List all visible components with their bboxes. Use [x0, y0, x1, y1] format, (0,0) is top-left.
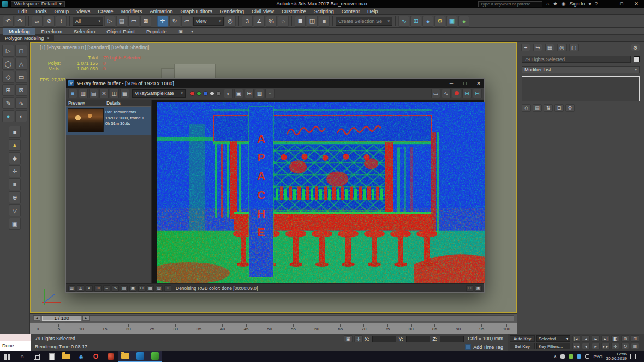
stop-render-icon[interactable]: ⊟ [473, 89, 482, 98]
reference-coordinate-dropdown[interactable]: View ▾ [193, 17, 224, 26]
x-coordinate-input[interactable] [372, 336, 396, 342]
render-icon[interactable]: ⊞ [462, 89, 472, 98]
time-slider-handle[interactable]: 1 / 100 [42, 316, 81, 321]
select-by-name-icon[interactable]: ▤ [116, 16, 127, 27]
lut-icon[interactable]: ▫ [164, 285, 171, 292]
z-coordinate-input[interactable] [440, 336, 464, 342]
background-icon[interactable]: ▧ [156, 285, 163, 292]
levels-icon[interactable]: ≡ [103, 285, 110, 292]
pan-icon[interactable]: ✛ [611, 343, 619, 349]
taskbar-app-edge[interactable]: e [74, 351, 88, 362]
selection-lock-icon[interactable]: ▣ [344, 335, 353, 342]
save-image-icon[interactable]: ▥ [79, 89, 88, 98]
polygon-modeling-panel-button[interactable]: Polygon Modeling ▾ [0, 35, 54, 42]
green-channel-icon[interactable] [196, 91, 201, 96]
help-icon[interactable]: ? [595, 1, 598, 7]
pin-stack-button[interactable]: ◇ [522, 104, 531, 112]
sign-in-link[interactable]: Sign In [569, 1, 585, 7]
vfb-canvas[interactable]: A P A C H E [152, 100, 484, 283]
load-image-icon[interactable]: ▤ [89, 89, 98, 98]
clear-image-icon[interactable]: ✕ [99, 89, 109, 98]
stereo-icon[interactable]: □ [466, 285, 473, 292]
menu-edit[interactable]: Edit [14, 8, 31, 14]
history-preview-header[interactable]: Preview [66, 100, 104, 106]
region-render-icon[interactable]: ▭ [431, 89, 440, 98]
tray-app-icon[interactable] [569, 354, 573, 359]
make-unique-button[interactable]: ⇅ [544, 104, 553, 112]
auto-key-button[interactable]: Auto Key [510, 335, 535, 342]
menu-content[interactable]: Content [338, 8, 363, 14]
left-tool-icon[interactable]: ◐ [15, 110, 27, 122]
left-tool-icon[interactable]: ▽ [9, 204, 21, 216]
maximize-button[interactable]: □ [616, 1, 627, 7]
render-setup-icon[interactable]: ⚙ [434, 16, 445, 27]
mirror-icon[interactable]: ◫ [307, 16, 318, 27]
vfb-titlebar[interactable]: V V-Ray frame buffer - [50% of 1920 x 10… [66, 79, 484, 88]
exposure-icon[interactable]: ▤ [121, 285, 128, 292]
named-selection-sets-combo[interactable]: Create Selection Se ▾ [336, 17, 392, 26]
help-search-input[interactable] [478, 1, 542, 7]
grid-icon[interactable]: ⊞ [94, 285, 102, 292]
menu-graph-editors[interactable]: Graph Editors [176, 8, 216, 14]
ribbon-tab-modeling[interactable]: Modeling [3, 28, 35, 35]
language-indicator[interactable]: РУС [593, 354, 602, 359]
minimize-button[interactable]: ─ [446, 81, 457, 86]
menu-help[interactable]: Help [363, 8, 382, 14]
mono-channel-icon[interactable] [216, 91, 221, 96]
task-view-button[interactable] [29, 351, 44, 362]
rendered-image[interactable]: A P A C H E [157, 102, 485, 283]
left-tool-icon[interactable]: ✛ [9, 165, 21, 177]
modifier-list-dropdown[interactable]: Modifier List ▾ [522, 66, 640, 73]
ribbon-tab-selection[interactable]: Selection [68, 28, 100, 35]
tray-app-icon[interactable] [577, 354, 581, 359]
panel-toggle-icon[interactable]: ▣ [475, 285, 482, 292]
save-icon[interactable]: ▥ [68, 285, 75, 292]
track-mouse-icon[interactable]: ∿ [442, 89, 451, 98]
menu-customize[interactable]: Customize [278, 8, 310, 14]
remove-modifier-button[interactable]: ⊟ [554, 104, 564, 112]
menu-civil-view[interactable]: Civil View [248, 8, 278, 14]
object-name-field[interactable]: 79 Lights Selected [522, 56, 631, 63]
select-object-icon[interactable]: ▷ [104, 16, 115, 27]
color-corrections-icon[interactable]: ▧ [255, 89, 264, 98]
add-time-tag[interactable]: Add Time Tag [465, 344, 503, 350]
left-tool-icon[interactable]: ≡ [9, 178, 21, 190]
left-tool-icon[interactable]: ◇ [2, 71, 14, 83]
listener-macro-line[interactable] [0, 334, 31, 341]
motion-tab-icon[interactable]: ◎ [557, 44, 567, 51]
track-bar[interactable]: 0 5 10 15 20 25 30 35 40 45 50 55 60 65 … [30, 322, 517, 334]
blue-channel-icon[interactable] [203, 91, 208, 96]
force-color-clamping-icon[interactable]: ◐ [224, 89, 233, 98]
vfb-menu-icon[interactable]: ≡ [68, 89, 77, 98]
key-filters-button[interactable]: Key Filters... [536, 343, 570, 349]
viewport-label[interactable]: [+] [PhysCamera001] [Standard] [Default … [40, 45, 149, 50]
compare-icon[interactable]: ◐ [86, 285, 93, 292]
menu-modifiers[interactable]: Modifiers [117, 8, 146, 14]
maximize-button[interactable]: □ [460, 81, 470, 86]
ribbon-tab-populate[interactable]: Populate [141, 28, 172, 35]
select-and-link-icon[interactable]: ∞ [32, 16, 43, 27]
window-crossing-icon[interactable]: ⊠ [140, 16, 151, 27]
material-editor-icon[interactable]: ● [422, 16, 433, 27]
stamp-icon[interactable]: ▫ [265, 89, 275, 98]
orbit-icon[interactable]: ↻ [621, 343, 629, 349]
red-channel-icon[interactable] [190, 91, 195, 96]
angle-snap-icon[interactable]: ∠ [254, 16, 265, 27]
bind-to-spacewarp-icon[interactable]: ≀ [56, 16, 67, 27]
snap-toggle-3d-icon[interactable]: 3 [242, 16, 253, 27]
left-tool-icon[interactable]: ⊕ [9, 191, 21, 203]
pixel-info-icon[interactable]: ⊞ [245, 89, 254, 98]
previous-frame-button[interactable]: ◄ [582, 335, 590, 342]
notification-center-icon[interactable] [630, 354, 636, 359]
workspace-dropdown[interactable]: Workspace: Default ▾ [11, 1, 65, 7]
go-to-start-button[interactable]: |◄ [572, 335, 580, 342]
taskbar-app-render[interactable] [147, 351, 162, 362]
undo-icon[interactable]: ↶ [3, 16, 14, 27]
history-thumbnail[interactable] [68, 108, 104, 132]
ribbon-tab-freeform[interactable]: Freeform [36, 28, 68, 35]
ribbon-minimize-icon[interactable]: ▣ [177, 29, 184, 34]
left-tool-icon[interactable]: ✎ [2, 97, 14, 109]
vray-frame-buffer-window[interactable]: V V-Ray frame buffer - [50% of 1920 x 10… [65, 78, 485, 293]
home-icon[interactable]: ⌂ [546, 1, 549, 7]
chevron-down-icon[interactable]: ▾ [588, 1, 591, 7]
